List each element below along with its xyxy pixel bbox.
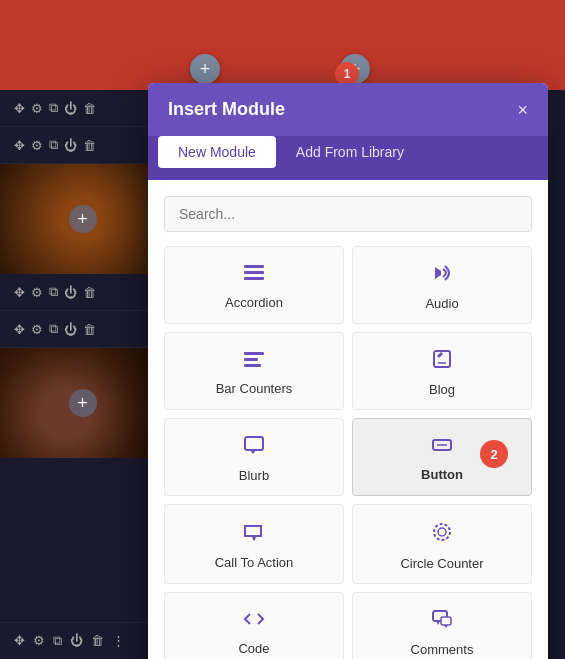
svg-rect-1 [244, 271, 264, 274]
sidebar-row-3: ✥ ⚙ ⧉ ⏻ 🗑 [0, 274, 165, 311]
sidebar-row-4: ✥ ⚙ ⧉ ⏻ 🗑 [0, 311, 165, 348]
button-icon [431, 436, 453, 459]
svg-point-15 [438, 528, 446, 536]
modal-tabs: New Module Add From Library [148, 136, 548, 180]
svg-rect-6 [244, 364, 261, 367]
module-item-blog[interactable]: Blog [352, 332, 532, 410]
call-to-action-icon [243, 522, 265, 547]
trash-icon-bottom[interactable]: 🗑 [91, 633, 104, 649]
sidebar-row-1: ✥ ⚙ ⧉ ⏻ 🗑 [0, 90, 165, 127]
move-icon-2[interactable]: ✥ [14, 138, 25, 153]
tab-add-from-library[interactable]: Add From Library [276, 136, 424, 168]
move-icon-bottom[interactable]: ✥ [14, 633, 25, 649]
module-item-bar-counters[interactable]: Bar Counters [164, 332, 344, 410]
svg-rect-2 [244, 277, 264, 280]
step-badge-2: 2 [480, 440, 508, 468]
module-item-audio[interactable]: Audio [352, 246, 532, 324]
button-label: Button [421, 467, 463, 482]
bar-counters-label: Bar Counters [216, 381, 293, 396]
trash-icon-2[interactable]: 🗑 [83, 138, 96, 153]
pizza-image-1: + [0, 164, 165, 274]
move-icon-3[interactable]: ✥ [14, 285, 25, 300]
module-item-accordion[interactable]: Accordion [164, 246, 344, 324]
power-icon-bottom[interactable]: ⏻ [70, 633, 83, 649]
settings-icon-4[interactable]: ⚙ [31, 322, 43, 337]
svg-marker-3 [435, 267, 441, 279]
move-icon-4[interactable]: ✥ [14, 322, 25, 337]
move-icon-1[interactable]: ✥ [14, 101, 25, 116]
module-item-circle-counter[interactable]: Circle Counter [352, 504, 532, 584]
module-item-blurb[interactable]: Blurb [164, 418, 344, 496]
sidebar-row-2: ✥ ⚙ ⧉ ⏻ 🗑 [0, 127, 165, 164]
svg-rect-5 [244, 358, 258, 361]
svg-marker-17 [436, 621, 440, 625]
blurb-icon [243, 435, 265, 460]
code-icon [243, 610, 265, 633]
svg-rect-4 [244, 352, 264, 355]
copy-icon-2[interactable]: ⧉ [49, 137, 58, 153]
audio-icon [431, 263, 453, 288]
call-to-action-label: Call To Action [215, 555, 294, 570]
svg-point-14 [434, 524, 450, 540]
comments-icon [431, 609, 453, 634]
modal-header: Insert Module × [148, 83, 548, 136]
power-icon-4[interactable]: ⏻ [64, 322, 77, 337]
circle-counter-label: Circle Counter [400, 556, 483, 571]
sidebar-icons-2: ✥ ⚙ ⧉ ⏻ 🗑 [14, 137, 96, 153]
comments-label: Comments [411, 642, 474, 657]
sidebar-icons-3: ✥ ⚙ ⧉ ⏻ 🗑 [14, 284, 96, 300]
circle-counter-icon [431, 521, 453, 548]
modal-body: Accordion Audio [148, 180, 548, 659]
tab-new-module[interactable]: New Module [158, 136, 276, 168]
power-icon-2[interactable]: ⏻ [64, 138, 77, 153]
sidebar-icons-4: ✥ ⚙ ⧉ ⏻ 🗑 [14, 321, 96, 337]
add-section-button-1[interactable]: + [190, 54, 220, 84]
module-item-comments[interactable]: Comments [352, 592, 532, 659]
svg-marker-13 [245, 526, 261, 540]
svg-marker-10 [250, 450, 256, 454]
copy-icon-bottom[interactable]: ⧉ [53, 633, 62, 649]
accordion-label: Accordion [225, 295, 283, 310]
trash-icon-4[interactable]: 🗑 [83, 322, 96, 337]
power-icon-1[interactable]: ⏻ [64, 101, 77, 116]
copy-icon-3[interactable]: ⧉ [49, 284, 58, 300]
svg-rect-18 [441, 617, 451, 625]
settings-icon-1[interactable]: ⚙ [31, 101, 43, 116]
sidebar-icons-1: ✥ ⚙ ⧉ ⏻ 🗑 [14, 100, 96, 116]
svg-rect-9 [245, 437, 263, 450]
modal-close-button[interactable]: × [517, 101, 528, 119]
sidebar-bottom: ✥ ⚙ ⧉ ⏻ 🗑 ⋮ [0, 622, 165, 659]
settings-icon-2[interactable]: ⚙ [31, 138, 43, 153]
sidebar: ✥ ⚙ ⧉ ⏻ 🗑 ✥ ⚙ ⧉ ⏻ 🗑 + ✥ ⚙ ⧉ ⏻ 🗑 ✥ ⚙ [0, 90, 165, 659]
audio-label: Audio [425, 296, 458, 311]
module-search-input[interactable] [164, 196, 532, 232]
blog-label: Blog [429, 382, 455, 397]
trash-icon-3[interactable]: 🗑 [83, 285, 96, 300]
blog-icon [432, 349, 452, 374]
pizza-add-btn-2[interactable]: + [69, 389, 97, 417]
svg-rect-0 [244, 265, 264, 268]
settings-icon-3[interactable]: ⚙ [31, 285, 43, 300]
pizza-add-btn-1[interactable]: + [69, 205, 97, 233]
trash-icon-1[interactable]: 🗑 [83, 101, 96, 116]
power-icon-3[interactable]: ⏻ [64, 285, 77, 300]
modal-title: Insert Module [168, 99, 285, 120]
pizza-image-2: + [0, 348, 165, 458]
copy-icon-4[interactable]: ⧉ [49, 321, 58, 337]
top-add-buttons: + + [0, 54, 565, 84]
dots-icon-bottom[interactable]: ⋮ [112, 633, 125, 649]
module-item-call-to-action[interactable]: Call To Action [164, 504, 344, 584]
blurb-label: Blurb [239, 468, 269, 483]
module-item-code[interactable]: Code [164, 592, 344, 659]
code-label: Code [238, 641, 269, 656]
settings-icon-bottom[interactable]: ⚙ [33, 633, 45, 649]
bar-counters-icon [243, 350, 265, 373]
accordion-icon [243, 264, 265, 287]
copy-icon-1[interactable]: ⧉ [49, 100, 58, 116]
module-grid: Accordion Audio [164, 246, 532, 659]
svg-marker-19 [444, 625, 448, 628]
insert-module-modal: Insert Module × New Module Add From Libr… [148, 83, 548, 659]
